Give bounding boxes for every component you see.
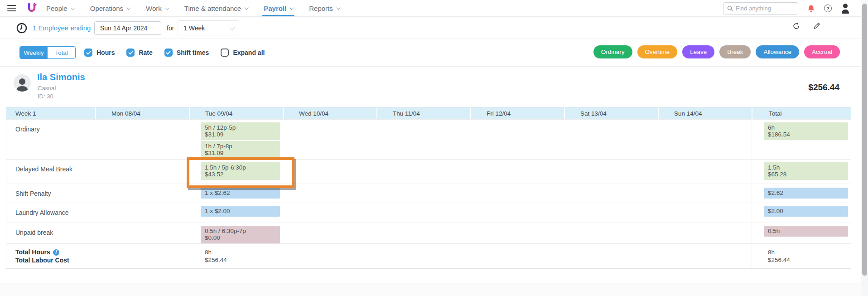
period-end-date-input[interactable] [94, 21, 161, 35]
edit-pencil-icon[interactable] [813, 22, 820, 30]
checkbox-label: Hours [96, 49, 115, 56]
page-bottom-strip [0, 283, 861, 296]
notifications-bell-icon[interactable] [807, 5, 815, 13]
checkbox-label: Shift times [177, 49, 209, 56]
cell-tue-delayed-meal-break: 1.5h / 5p-6:30p $43.52 [189, 160, 283, 184]
nav-label: Time & attendance [184, 5, 241, 12]
total-hours: 1.5h [768, 164, 845, 171]
cell-tue-shift-penalty: 1 x $2.62 [189, 184, 283, 203]
for-label: for [167, 24, 174, 32]
legend-badge-leave[interactable]: Leave [682, 45, 714, 58]
tue-total-hours: 8h [205, 248, 283, 256]
refresh-icon[interactable] [792, 22, 800, 30]
period-toolbar: 1 Employee ending for 1 Week [0, 17, 861, 39]
allowance-block[interactable]: 1 x $2.00 [201, 206, 280, 217]
totals-row-label: Total Hoursi Total Labour Cost [6, 244, 95, 268]
legend-badge-overtime[interactable]: Overtime [637, 45, 678, 58]
user-avatar[interactable] [841, 3, 850, 14]
legend-badge-accrual[interactable]: Accrual [804, 45, 840, 58]
nav-item-reports[interactable]: Reports [309, 0, 339, 16]
nav-item-people[interactable]: People [46, 0, 74, 16]
checkbox-label: Expand all [233, 49, 265, 56]
legend-badge-allowance[interactable]: Allowance [756, 45, 799, 58]
total-block[interactable]: 0.5h [764, 226, 848, 237]
cell-total-laundry-allowance: $2.00 [752, 203, 851, 223]
break-cost: $0.00 [205, 234, 277, 241]
break-block[interactable]: 0.5h / 6:30p-7p $0.00 [201, 226, 280, 243]
total-cost: $2.00 [768, 208, 845, 214]
employee-type: Casual [38, 85, 56, 92]
week-total-hours: 8h [768, 248, 851, 256]
cell-total-shift-penalty: $2.62 [752, 184, 851, 203]
shift-cost: $31.09 [205, 150, 277, 156]
week-total-cost: $256.44 [768, 256, 851, 264]
row-label: Laundry Allowance [6, 203, 95, 223]
help-icon[interactable]: ? [824, 5, 832, 12]
checkbox-hours[interactable]: Hours [84, 49, 115, 57]
column-header-total: Total [752, 107, 851, 119]
nav-label: Payroll [264, 5, 286, 12]
employee-name-link[interactable]: Ila Simonis [37, 72, 85, 82]
shift-hours: 1.5h / 5p-6:30p [205, 164, 277, 171]
checked-checkbox-icon [164, 49, 173, 57]
nav-label: Reports [309, 5, 333, 12]
checkbox-label: Rate [139, 49, 152, 56]
shift-block[interactable]: 1.5h / 5p-6:30p $43.52 [201, 162, 280, 180]
chevron-down-icon [71, 5, 75, 10]
checked-checkbox-icon [126, 49, 135, 57]
column-header-fri: Fri 12/04 [470, 107, 564, 119]
global-search[interactable] [723, 2, 798, 15]
nav-item-time-attendance[interactable]: Time & attendance [184, 0, 247, 16]
tue-total-cost: $256.44 [205, 256, 283, 264]
cell-tue-unpaid-break: 0.5h / 6:30p-7p $0.00 [189, 223, 283, 244]
checkbox-expand-all[interactable]: Expand all [221, 49, 265, 57]
total-block[interactable]: $2.62 [764, 188, 848, 199]
search-icon [727, 5, 733, 11]
hamburger-menu-icon[interactable] [7, 5, 16, 11]
toggle-weekly-button[interactable]: Weekly [20, 47, 48, 58]
total-cost: $186.54 [768, 131, 845, 138]
app-logo[interactable] [26, 3, 37, 14]
clock-icon [16, 23, 27, 34]
shift-block[interactable]: 1h / 7p-8p $31.09 [201, 141, 280, 159]
chevron-down-icon [165, 5, 169, 10]
row-label: Shift Penalty [6, 184, 95, 203]
toggle-total-button[interactable]: Total [48, 47, 75, 58]
table-row-unpaid-break: Unpaid break 0.5h / 6:30p-7p $0.00 0.5h [6, 223, 851, 243]
table-row-ordinary: Ordinary 5h / 12p-5p $31.09 1h / 7p-8p $… [6, 119, 851, 159]
row-label: Unpaid break [6, 223, 95, 244]
checked-checkbox-icon [84, 49, 92, 57]
main-nav: People Operations Work Time & attendance… [46, 0, 339, 16]
scrollbar-thumb[interactable] [862, 4, 867, 276]
legend-badge-break[interactable]: Break [719, 45, 751, 58]
table-header-row: Week 1 Mon 08/04 Tue 09/04 Wed 10/04 Thu… [6, 107, 851, 119]
nav-item-operations[interactable]: Operations [90, 0, 130, 16]
total-cost: $65.28 [768, 171, 845, 178]
nav-item-payroll[interactable]: Payroll [264, 0, 293, 16]
info-icon[interactable]: i [53, 249, 59, 256]
total-cost: $2.62 [768, 189, 845, 196]
total-block[interactable]: 1.5h $65.28 [764, 162, 848, 180]
shift-block[interactable]: 5h / 12p-5p $31.09 [201, 122, 280, 140]
legend-badge-ordinary[interactable]: Ordinary [593, 45, 632, 58]
employee-id: ID: 30 [38, 93, 53, 100]
allowance-block[interactable]: 1 x $2.62 [201, 188, 280, 199]
nav-label: Operations [90, 5, 123, 12]
row-label: Delayed Meal Break [6, 160, 95, 184]
employee-count-link[interactable]: 1 Employee ending [33, 24, 91, 32]
period-length-select[interactable]: 1 Week [178, 20, 239, 35]
allowance-value: 1 x $2.62 [205, 189, 277, 196]
search-input[interactable] [736, 5, 790, 12]
chevron-down-icon [336, 5, 341, 10]
nav-item-work[interactable]: Work [146, 0, 168, 16]
nav-label: Work [146, 5, 162, 12]
chevron-down-icon [244, 5, 249, 10]
shift-hours: 5h / 12p-5p [205, 124, 277, 131]
checkbox-rate[interactable]: Rate [126, 49, 152, 57]
checkbox-shift-times[interactable]: Shift times [164, 49, 209, 57]
allowance-value: 1 x $2.00 [205, 208, 277, 214]
total-block[interactable]: 6h $186.54 [764, 122, 848, 140]
total-block[interactable]: $2.00 [764, 206, 848, 217]
row-label: Ordinary [6, 120, 95, 160]
filter-bar: Weekly Total Hours Rate Shift times Expa… [0, 39, 861, 67]
